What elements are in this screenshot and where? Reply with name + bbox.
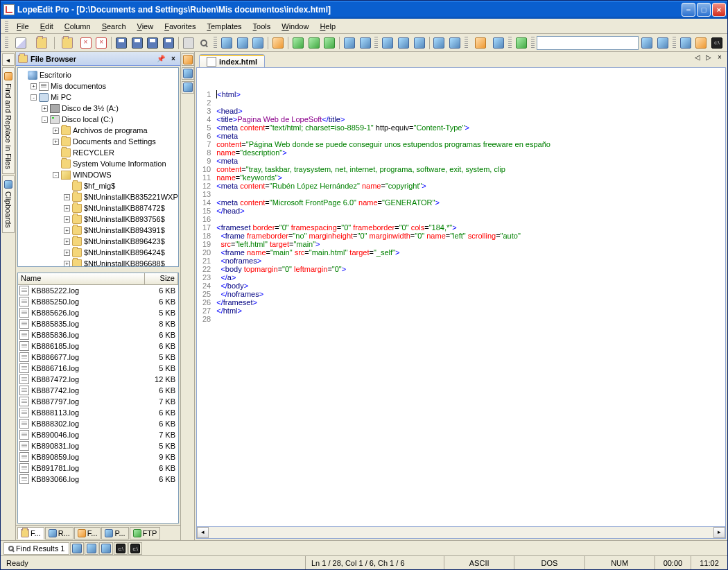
unindent-button[interactable]	[291, 35, 306, 51]
tree-item[interactable]: -Disco local (C:)	[19, 114, 177, 125]
menu-favorites[interactable]: Favorites	[159, 21, 201, 32]
find-results-btn[interactable]	[70, 542, 84, 555]
tool-button[interactable]	[514, 35, 529, 51]
cmd-button[interactable]: c:\	[709, 35, 725, 51]
expand-button[interactable]: +	[31, 83, 37, 89]
find-results-tab[interactable]: Find Results 1	[3, 542, 69, 555]
expand-button[interactable]: +	[53, 128, 59, 134]
expand-button[interactable]: -	[31, 94, 37, 101]
menu-search[interactable]: Search	[96, 21, 132, 32]
expand-button[interactable]: +	[64, 261, 70, 267]
menu-view[interactable]: View	[132, 21, 159, 32]
vertical-tab-find-replace[interactable]: Find and Replace in Files	[2, 67, 15, 174]
expand-button[interactable]: +	[64, 250, 70, 256]
close-button[interactable]: ×	[712, 3, 726, 17]
column-header-name[interactable]: Name	[18, 273, 145, 284]
tree-item[interactable]: +Documents and Settings	[19, 136, 177, 147]
file-row[interactable]: KB886677.log5 KB	[18, 352, 178, 363]
menu-tools[interactable]: Tools	[248, 21, 277, 32]
tree-item[interactable]: +$NtUninstallKB893756$	[19, 214, 177, 225]
browser-button[interactable]	[694, 35, 709, 51]
file-row[interactable]: KB886185.log6 KB	[18, 340, 178, 352]
window-button[interactable]	[678, 35, 693, 51]
tool-button[interactable]	[491, 35, 506, 51]
file-row[interactable]: KB891781.log6 KB	[18, 463, 178, 474]
vertical-tab-clipboards[interactable]: Clipboards	[2, 175, 15, 233]
folder-tree[interactable]: Escritorio+Mis documentos-Mi PC+Disco de…	[17, 67, 179, 267]
file-row[interactable]: KB887742.log6 KB	[18, 385, 178, 396]
aux-tab-2[interactable]	[182, 67, 194, 80]
expand-button[interactable]: +	[64, 205, 70, 211]
file-row[interactable]: KB885836.log6 KB	[18, 329, 178, 340]
bookmark-button[interactable]	[470, 35, 491, 51]
tree-item[interactable]: -Mi PC	[19, 92, 177, 103]
tree-item[interactable]: $hf_mig$	[19, 180, 177, 191]
file-row[interactable]: KB887472.log12 KB	[18, 374, 178, 385]
save-button[interactable]	[114, 35, 129, 51]
menu-file[interactable]: File	[11, 21, 35, 32]
tree-item[interactable]: +$NtUninstallKB894391$	[19, 225, 177, 236]
panel-tab[interactable]: P...	[101, 527, 128, 539]
file-row[interactable]: KB888302.log6 KB	[18, 418, 178, 429]
menu-help[interactable]: Help	[314, 21, 341, 32]
panel-tab[interactable]: F...	[17, 527, 44, 539]
expand-button[interactable]: +	[53, 139, 59, 145]
file-row[interactable]: KB890831.log5 KB	[18, 440, 178, 451]
open-file-button[interactable]	[32, 35, 53, 51]
code-editor[interactable]: 1234567891011121314151617181920212223242…	[196, 67, 726, 527]
tree-item[interactable]: -WINDOWS	[19, 169, 177, 180]
file-row[interactable]: KB893066.log6 KB	[18, 474, 178, 485]
column-header-size[interactable]: Size	[145, 273, 178, 284]
horizontal-scrollbar[interactable]: ◂▸	[196, 527, 726, 539]
close-all-button[interactable]: ×	[94, 35, 109, 51]
expand-button[interactable]: +	[42, 105, 48, 112]
expand-button[interactable]: -	[53, 172, 59, 178]
tab-prev-button[interactable]: ◁	[693, 53, 702, 63]
menu-templates[interactable]: Templates	[201, 21, 247, 32]
tool-button[interactable]	[432, 35, 447, 51]
nav-button[interactable]	[655, 35, 670, 51]
tab-close-button[interactable]: ×	[715, 53, 725, 63]
uncomment-button[interactable]	[322, 35, 337, 51]
print-preview-button[interactable]	[197, 35, 212, 51]
code-content[interactable]: <html> <head><title>Pagina Web de LopeSo…	[214, 89, 725, 325]
paste-button[interactable]	[251, 35, 266, 51]
expand-button[interactable]: -	[42, 116, 48, 123]
save-all2-button[interactable]	[161, 35, 176, 51]
tree-item[interactable]: System Volume Information	[19, 158, 177, 169]
file-row[interactable]: KB888113.log6 KB	[18, 407, 178, 418]
tree-item[interactable]: +$NtUninstallKB835221WXP$	[19, 191, 177, 202]
file-row[interactable]: KB890046.log7 KB	[18, 429, 178, 440]
panel-tab[interactable]: R...	[45, 527, 73, 539]
file-row[interactable]: KB885835.log8 KB	[18, 318, 178, 329]
menu-column[interactable]: Column	[59, 21, 96, 32]
expand-button[interactable]: +	[64, 239, 70, 245]
tree-item[interactable]: +Disco de 3½ (A:)	[19, 103, 177, 114]
tool-button[interactable]	[380, 35, 395, 51]
expand-button[interactable]: +	[64, 216, 70, 223]
menu-window[interactable]: Window	[276, 21, 314, 32]
editor-tab-index-html[interactable]: index.html	[199, 54, 265, 67]
panel-close-button[interactable]: ×	[168, 54, 178, 64]
splitter[interactable]	[16, 268, 180, 271]
cut-button[interactable]	[219, 35, 234, 51]
tree-item[interactable]: +Archivos de programa	[19, 125, 177, 136]
comment-button[interactable]	[306, 35, 322, 51]
vertical-tab-collapse[interactable]: ◂	[2, 53, 15, 66]
find-results-btn[interactable]	[85, 542, 98, 555]
panel-tab[interactable]: F...	[74, 527, 101, 539]
file-row[interactable]: KB886716.log5 KB	[18, 363, 178, 374]
tree-item[interactable]: +$NtUninstallKB887472$	[19, 202, 177, 214]
tool-button[interactable]	[412, 35, 427, 51]
find-results-btn[interactable]: c:\	[114, 542, 128, 555]
tool-button[interactable]	[447, 35, 462, 51]
find-results-btn[interactable]: c:\	[128, 542, 142, 555]
menu-edit[interactable]: Edit	[35, 21, 59, 32]
nav-button[interactable]	[639, 35, 655, 51]
minimize-button[interactable]: −	[682, 3, 695, 17]
maximize-button[interactable]: □	[697, 3, 711, 17]
tool-button[interactable]	[396, 35, 411, 51]
expand-button[interactable]: +	[64, 227, 70, 234]
aux-tab-1[interactable]	[182, 53, 194, 66]
new-file-button[interactable]	[10, 35, 31, 51]
